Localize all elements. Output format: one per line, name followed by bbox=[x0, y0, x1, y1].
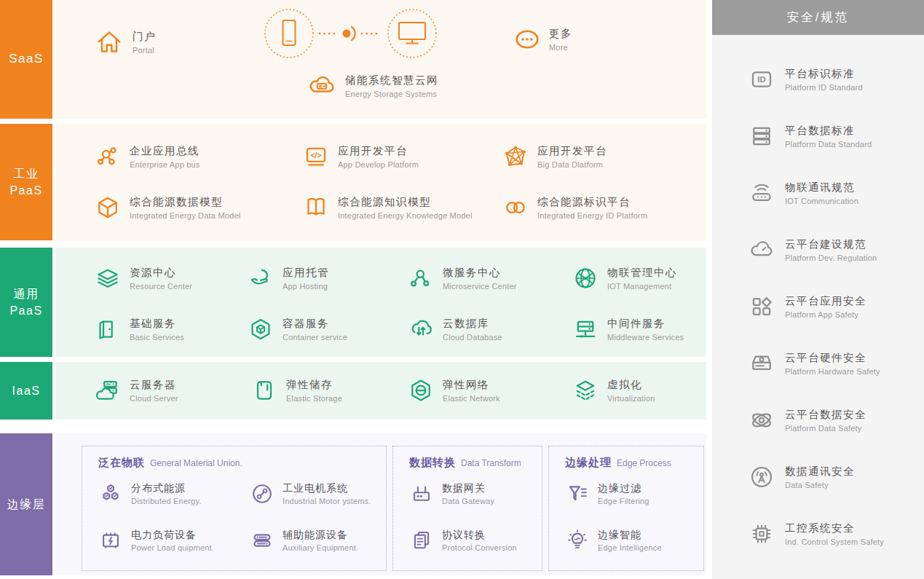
platform-item: 应用开发平台 Big Data Dlatform bbox=[502, 141, 699, 173]
elastic-network-icon bbox=[408, 377, 434, 403]
item-subtitle: Virtualization bbox=[607, 394, 655, 403]
item-subtitle: Energy Storage Systems bbox=[345, 90, 438, 98]
platform-item: </> 应用开发平台 App Develop Platform bbox=[303, 141, 502, 173]
open-book-icon bbox=[303, 194, 329, 221]
item-subtitle: Distributed Energy. bbox=[131, 497, 202, 505]
item-title: 平台标识标准 bbox=[785, 67, 863, 81]
iot-router-icon bbox=[749, 180, 775, 206]
panel-header: 边缘处理Edge Process bbox=[565, 456, 703, 470]
sidebar-item: 云平台建设规范 Platform Dev. Regulation bbox=[712, 221, 924, 278]
shapes-icon bbox=[749, 294, 775, 320]
edge-panel-process: 边缘处理Edge Process 边缘过滤 Edge Filtering 边缘智… bbox=[548, 446, 704, 571]
phone-icon bbox=[265, 9, 313, 58]
panel-grid: 边缘过滤 Edge Filtering 边缘智能 Edge Intelligen… bbox=[565, 478, 703, 556]
panel-grid: 数据网关 Data Gateway 协议转换 Protocol Conversi… bbox=[409, 478, 542, 556]
edge-item: 辅助能源设备 Auxiliary Equipment. bbox=[250, 525, 381, 556]
layer-label: 工业 bbox=[14, 165, 39, 182]
sidebar-item: 数据通讯安全 Data Safety bbox=[712, 449, 924, 505]
item-subtitle: Integrated Energy ID Platform bbox=[537, 211, 647, 220]
platform-item: 弹性网络 Elastic Network bbox=[408, 374, 572, 406]
cloud-database-icon bbox=[408, 316, 434, 342]
layer-label: PaaS bbox=[9, 182, 42, 199]
security-standards-sidebar: 安全/规范 ID 平台标识标准 Platform ID Standard 平台数… bbox=[712, 0, 924, 579]
item-title: 弹性储存 bbox=[286, 378, 342, 392]
item-subtitle: Elastic Network bbox=[443, 394, 500, 403]
item-portal: 门户 Portal bbox=[95, 26, 156, 58]
middleware-icon bbox=[572, 316, 599, 342]
item-subtitle: App Hosting bbox=[283, 282, 329, 291]
item-title: 企业应用总线 bbox=[130, 144, 200, 158]
item-subtitle: Platform Dev. Regulation bbox=[785, 253, 877, 262]
panel-title: 边缘处理 bbox=[565, 456, 612, 468]
item-subtitle: Auxiliary Equipment. bbox=[283, 543, 358, 552]
item-subtitle: Ind. Control System Safety bbox=[785, 537, 884, 546]
item-title: 云服务器 bbox=[130, 378, 178, 392]
id-badge-icon: ID bbox=[749, 66, 775, 92]
item-title: 虚拟化 bbox=[607, 378, 655, 392]
panel-header: 泛在物联General Material Union. bbox=[98, 456, 386, 470]
panel-subtitle: Data Transform bbox=[461, 458, 521, 468]
item-subtitle: Enterprise App bus bbox=[130, 160, 200, 169]
sidebar-item: 云平台硬件安全 Platform Hardware Safety bbox=[712, 335, 924, 392]
iaas-grid: 云服务器 Cloud Server 弹性储存 Elastic Storage 弹… bbox=[95, 374, 703, 406]
platform-item: 企业应用总线 Enterprise App bus bbox=[95, 141, 303, 173]
item-title: 中间件服务 bbox=[607, 317, 684, 331]
edge-item: 边缘智能 Edge Intelligence bbox=[565, 525, 689, 556]
item-title: 云平台应用安全 bbox=[785, 294, 866, 308]
funnel-icon bbox=[565, 481, 590, 506]
edge-item: 分布式能源 Distributed Energy. bbox=[98, 478, 250, 509]
door-icon bbox=[95, 316, 121, 342]
item-title: 云平台数据安全 bbox=[785, 408, 866, 422]
item-title: 综合能源数据模型 bbox=[130, 195, 240, 209]
sidebar-item: 平台数据标准 Platform Data Standard bbox=[712, 108, 924, 165]
item-title: 云平台硬件安全 bbox=[785, 351, 880, 365]
item-subtitle: Industrial Motor ystems. bbox=[283, 497, 371, 505]
layer-label: PaaS bbox=[9, 302, 42, 319]
item-subtitle: Platform ID Standard bbox=[785, 83, 863, 92]
documents-icon bbox=[409, 528, 434, 553]
layer-label: 通用 bbox=[14, 285, 39, 302]
panel-title: 数据转换 bbox=[409, 456, 456, 468]
general-paas-grid: 资源中心 Resource Center 应用托管 App Hosting 微服… bbox=[95, 262, 703, 345]
globe-icon bbox=[572, 265, 599, 291]
item-subtitle: Elastic Storage bbox=[286, 394, 342, 403]
platform-item: 基础服务 Basic Services bbox=[95, 313, 248, 345]
item-title: 工业电机系统 bbox=[283, 482, 371, 495]
platform-item: 微服务中心 Microservice Center bbox=[408, 262, 572, 294]
item-title: 综合能源知识模型 bbox=[338, 195, 473, 209]
item-title: 云数据库 bbox=[443, 317, 502, 331]
item-subtitle: Basic Services bbox=[130, 333, 184, 342]
item-title: 边缘智能 bbox=[598, 529, 662, 542]
platform-item: 弹性储存 Elastic Storage bbox=[251, 374, 408, 406]
panel-subtitle: Edge Process bbox=[617, 458, 671, 468]
hardware-drive-icon bbox=[749, 350, 775, 377]
edge-row: 泛在物联General Material Union. 分布式能源 Distri… bbox=[55, 433, 706, 575]
layer-label: SaaS bbox=[9, 50, 44, 68]
layer-label: 边缘层 bbox=[7, 496, 46, 513]
item-title: 门户 bbox=[133, 30, 156, 44]
sidebar-header: 安全/规范 bbox=[712, 0, 924, 35]
item-title: 储能系统智慧云网 bbox=[345, 74, 438, 87]
broadcast-icon bbox=[749, 464, 775, 490]
general-paas-row: 资源中心 Resource Center 应用托管 App Hosting 微服… bbox=[55, 248, 706, 357]
item-subtitle: Platform Hardware Safety bbox=[785, 367, 880, 376]
item-subtitle: Cloud Database bbox=[443, 333, 502, 342]
item-subtitle: Platform Data Safety bbox=[785, 424, 866, 433]
item-title: 辅助能源设备 bbox=[283, 529, 358, 542]
platform-item: 云服务器 Cloud Server bbox=[95, 374, 251, 406]
svg-text:ID: ID bbox=[757, 75, 765, 84]
edge-item: 工业电机系统 Industrial Motor ystems. bbox=[250, 478, 381, 509]
item-subtitle: Edge Filtering bbox=[598, 497, 649, 505]
ellipsis-icon bbox=[514, 26, 540, 52]
item-subtitle: Middleware Services bbox=[607, 333, 684, 342]
item-title: 物联管理中心 bbox=[607, 266, 677, 280]
item-subtitle: Integrated Energy Data Model bbox=[130, 211, 240, 220]
bulb-icon bbox=[565, 528, 590, 553]
item-subtitle: Protocol Conversion bbox=[442, 543, 517, 552]
item-title: 综合能源标识平台 bbox=[537, 195, 647, 209]
industrial-paas-grid: 企业应用总线 Enterprise App bus </> 应用开发平台 App… bbox=[95, 141, 699, 224]
platform-item: 中间件服务 Middleware Services bbox=[572, 313, 703, 345]
server-stack-icon bbox=[749, 123, 775, 149]
monitor-icon bbox=[388, 9, 436, 58]
item-subtitle: Container service bbox=[283, 333, 347, 342]
